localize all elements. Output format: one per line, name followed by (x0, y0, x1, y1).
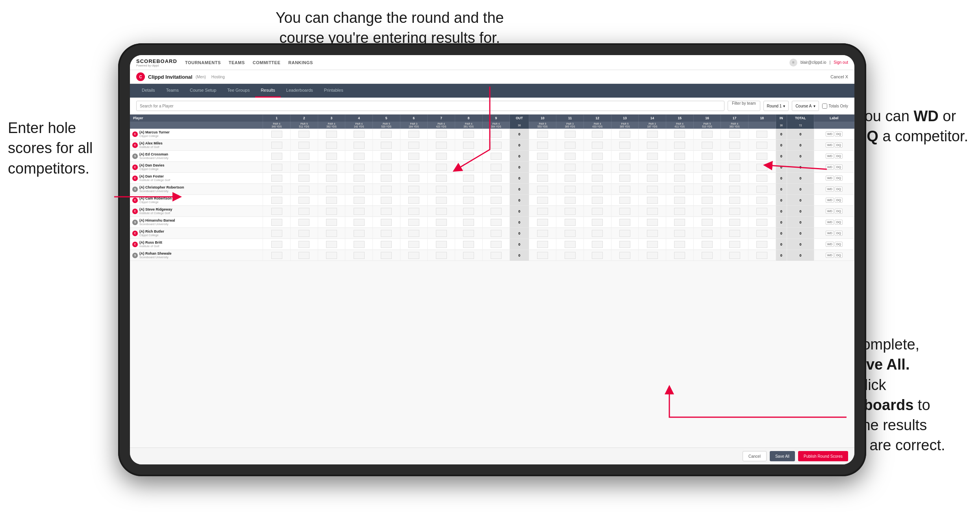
score-input-hole-12[interactable] (592, 186, 603, 193)
score-hole-15[interactable] (666, 250, 693, 261)
dq-button[interactable]: DQ (835, 187, 843, 192)
score-hole-1[interactable] (263, 162, 291, 173)
score-input-hole-18[interactable] (756, 131, 767, 138)
score-hole-9[interactable] (482, 173, 510, 184)
score-hole-8[interactable] (455, 151, 482, 162)
score-input-hole-6[interactable] (408, 197, 419, 204)
score-input-hole-15[interactable] (674, 252, 685, 259)
score-hole-18[interactable] (748, 140, 776, 151)
score-hole-3[interactable] (318, 151, 345, 162)
score-hole-12[interactable] (584, 195, 611, 206)
score-input-hole-8[interactable] (463, 186, 474, 193)
score-hole-8[interactable] (455, 239, 482, 250)
score-hole-4[interactable] (345, 173, 373, 184)
score-hole-8[interactable] (455, 228, 482, 239)
score-hole-18[interactable] (748, 239, 776, 250)
score-hole-7[interactable] (428, 129, 455, 140)
score-input-hole-17[interactable] (729, 175, 740, 182)
score-input-hole-8[interactable] (463, 197, 474, 204)
wd-button[interactable]: WD (826, 209, 834, 214)
score-input-hole-7[interactable] (436, 230, 447, 237)
score-input-hole-4[interactable] (354, 230, 365, 237)
score-hole-10[interactable] (529, 228, 556, 239)
score-hole-5[interactable] (372, 173, 400, 184)
score-hole-11[interactable] (556, 140, 584, 151)
score-hole-3[interactable] (318, 173, 345, 184)
score-hole-15[interactable] (666, 173, 693, 184)
score-input-hole-7[interactable] (436, 252, 447, 259)
score-hole-6[interactable] (400, 195, 428, 206)
score-input-hole-6[interactable] (408, 153, 419, 160)
publish-button[interactable]: Publish Round Scores (798, 451, 848, 461)
score-input-hole-1[interactable] (271, 164, 282, 171)
wd-button[interactable]: WD (826, 253, 834, 258)
score-hole-11[interactable] (556, 206, 584, 217)
score-hole-10[interactable] (529, 151, 556, 162)
score-hole-8[interactable] (455, 184, 482, 195)
score-hole-8[interactable] (455, 250, 482, 261)
score-input-hole-1[interactable] (271, 175, 282, 182)
score-hole-8[interactable] (455, 140, 482, 151)
score-hole-16[interactable] (693, 184, 721, 195)
score-hole-2[interactable] (290, 195, 318, 206)
score-input-hole-2[interactable] (298, 164, 309, 171)
score-hole-5[interactable] (372, 195, 400, 206)
score-hole-13[interactable] (611, 184, 639, 195)
score-input-hole-3[interactable] (326, 219, 337, 226)
score-input-hole-16[interactable] (702, 164, 713, 171)
score-input-hole-15[interactable] (674, 131, 685, 138)
score-hole-18[interactable] (748, 206, 776, 217)
score-input-hole-1[interactable] (271, 186, 282, 193)
score-input-hole-11[interactable] (565, 164, 576, 171)
score-input-hole-12[interactable] (592, 153, 603, 160)
score-input-hole-15[interactable] (674, 208, 685, 215)
score-input-hole-10[interactable] (537, 252, 548, 259)
score-input-hole-5[interactable] (381, 208, 392, 215)
score-input-hole-9[interactable] (491, 197, 502, 204)
score-input-hole-9[interactable] (491, 186, 502, 193)
score-input-hole-9[interactable] (491, 142, 502, 149)
score-hole-17[interactable] (721, 195, 748, 206)
score-input-hole-3[interactable] (326, 164, 337, 171)
score-hole-12[interactable] (584, 173, 611, 184)
score-hole-13[interactable] (611, 173, 639, 184)
score-hole-9[interactable] (482, 206, 510, 217)
tab-details[interactable]: Details (136, 84, 161, 98)
score-input-hole-16[interactable] (702, 208, 713, 215)
score-input-hole-14[interactable] (647, 142, 658, 149)
score-hole-18[interactable] (748, 217, 776, 228)
score-input-hole-1[interactable] (271, 197, 282, 204)
score-hole-3[interactable] (318, 250, 345, 261)
score-input-hole-1[interactable] (271, 241, 282, 248)
score-input-hole-4[interactable] (354, 153, 365, 160)
score-input-hole-4[interactable] (354, 219, 365, 226)
score-hole-11[interactable] (556, 250, 584, 261)
score-input-hole-17[interactable] (729, 208, 740, 215)
score-hole-18[interactable] (748, 228, 776, 239)
score-hole-17[interactable] (721, 239, 748, 250)
score-input-hole-12[interactable] (592, 175, 603, 182)
score-hole-6[interactable] (400, 140, 428, 151)
score-hole-16[interactable] (693, 206, 721, 217)
score-hole-1[interactable] (263, 250, 291, 261)
score-input-hole-15[interactable] (674, 230, 685, 237)
score-input-hole-18[interactable] (756, 186, 767, 193)
score-hole-4[interactable] (345, 206, 373, 217)
wd-button[interactable]: WD (826, 153, 834, 159)
score-input-hole-1[interactable] (271, 208, 282, 215)
score-input-hole-16[interactable] (702, 186, 713, 193)
score-input-hole-4[interactable] (354, 208, 365, 215)
score-input-hole-1[interactable] (271, 142, 282, 149)
score-hole-16[interactable] (693, 250, 721, 261)
dq-button[interactable]: DQ (835, 165, 843, 170)
score-hole-1[interactable] (263, 173, 291, 184)
score-hole-2[interactable] (290, 206, 318, 217)
score-input-hole-14[interactable] (647, 153, 658, 160)
score-hole-14[interactable] (639, 250, 666, 261)
score-input-hole-4[interactable] (354, 175, 365, 182)
score-input-hole-6[interactable] (408, 164, 419, 171)
score-hole-5[interactable] (372, 206, 400, 217)
score-hole-6[interactable] (400, 162, 428, 173)
score-input-hole-18[interactable] (756, 208, 767, 215)
score-input-hole-1[interactable] (271, 252, 282, 259)
